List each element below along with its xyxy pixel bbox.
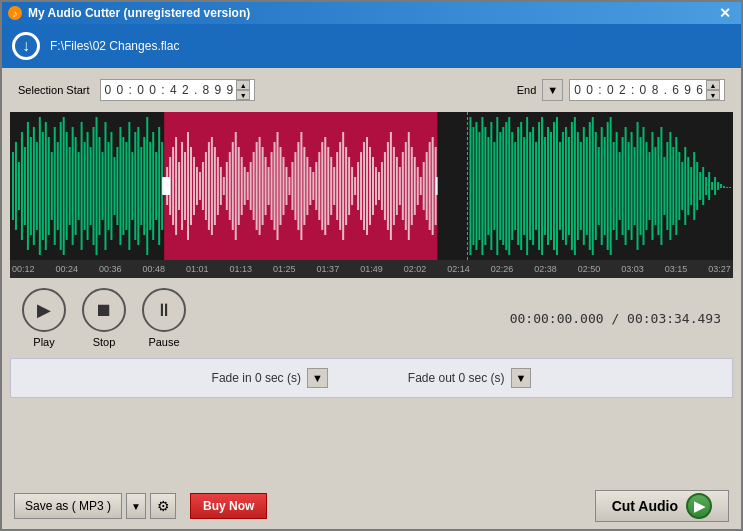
svg-rect-23 xyxy=(78,152,80,220)
svg-rect-120 xyxy=(366,137,368,235)
end-spin-up[interactable]: ▲ xyxy=(706,80,720,90)
timeline-marker-17: 03:27 xyxy=(708,264,731,274)
svg-rect-36 xyxy=(116,147,118,225)
svg-rect-18 xyxy=(63,117,65,255)
svg-rect-194 xyxy=(607,122,609,250)
svg-rect-222 xyxy=(690,167,692,205)
save-format-dropdown[interactable]: ▼ xyxy=(126,493,146,519)
close-button[interactable]: ✕ xyxy=(715,5,735,21)
svg-rect-20 xyxy=(69,147,71,225)
timeline-marker-1: 00:12 xyxy=(12,264,35,274)
svg-rect-234 xyxy=(726,187,728,188)
svg-rect-171 xyxy=(538,122,540,250)
svg-rect-29 xyxy=(96,117,98,255)
svg-rect-135 xyxy=(411,147,413,225)
svg-rect-185 xyxy=(580,142,582,230)
timeline-marker-12: 02:26 xyxy=(491,264,514,274)
svg-rect-56 xyxy=(175,137,177,235)
svg-rect-63 xyxy=(196,167,198,205)
timeline-marker-4: 00:48 xyxy=(143,264,166,274)
svg-rect-137 xyxy=(417,167,419,205)
save-button[interactable]: Save as ( MP3 ) xyxy=(14,493,122,519)
svg-rect-71 xyxy=(220,167,222,205)
svg-rect-109 xyxy=(333,167,335,205)
buy-label: Buy Now xyxy=(203,499,254,513)
svg-rect-37 xyxy=(119,127,121,245)
svg-rect-115 xyxy=(351,167,353,205)
svg-rect-197 xyxy=(616,132,618,240)
waveform-svg xyxy=(10,112,733,260)
svg-rect-225 xyxy=(699,172,701,200)
waveform-container[interactable] xyxy=(10,112,733,260)
svg-rect-105 xyxy=(321,142,323,230)
play-label: Play xyxy=(33,336,54,348)
svg-rect-2 xyxy=(15,142,17,230)
selection-end-input[interactable]: 0 0 : 0 2 : 0 8 . 6 9 6 ▲ ▼ xyxy=(569,79,725,101)
svg-rect-156 xyxy=(493,142,495,230)
svg-rect-153 xyxy=(484,127,486,245)
time-separator: / xyxy=(604,311,627,326)
svg-rect-59 xyxy=(184,152,186,220)
svg-rect-55 xyxy=(172,147,174,225)
svg-rect-79 xyxy=(244,167,246,205)
gear-icon: ⚙ xyxy=(157,498,170,514)
svg-rect-14 xyxy=(51,152,53,220)
spin-up[interactable]: ▲ xyxy=(236,80,250,90)
svg-rect-152 xyxy=(481,117,483,255)
buy-now-button[interactable]: Buy Now xyxy=(190,493,267,519)
pause-button[interactable]: ⏸ Pause xyxy=(142,288,186,348)
cut-audio-button[interactable]: Cut Audio ▶ xyxy=(595,490,729,522)
selection-end-spinner[interactable]: ▲ ▼ xyxy=(706,80,720,100)
svg-rect-224 xyxy=(696,162,698,210)
svg-rect-217 xyxy=(675,137,677,235)
fade-out-dropdown[interactable]: ▼ xyxy=(511,368,532,388)
end-label: End xyxy=(517,84,537,96)
fade-out-label: Fade out 0 sec (s) xyxy=(408,371,505,385)
timeline-marker-15: 03:03 xyxy=(621,264,644,274)
svg-rect-180 xyxy=(565,127,567,245)
svg-rect-8 xyxy=(33,127,35,245)
play-circle: ▶ xyxy=(22,288,66,332)
play-button[interactable]: ▶ Play xyxy=(22,288,66,348)
svg-rect-7 xyxy=(30,137,32,235)
timeline-marker-16: 03:15 xyxy=(665,264,688,274)
svg-rect-141 xyxy=(429,142,431,230)
bottom-bar: Save as ( MP3 ) ▼ ⚙ Buy Now Cut Audio ▶ xyxy=(2,483,741,529)
timeline-marker-2: 00:24 xyxy=(56,264,79,274)
svg-rect-165 xyxy=(520,122,522,250)
window-title: My Audio Cutter (unregistered version) xyxy=(28,6,250,20)
fade-in-dropdown[interactable]: ▼ xyxy=(307,368,328,388)
svg-rect-72 xyxy=(223,177,225,195)
svg-rect-44 xyxy=(140,147,142,225)
svg-rect-73 xyxy=(226,162,228,210)
svg-rect-17 xyxy=(60,122,62,250)
svg-rect-127 xyxy=(387,142,389,230)
svg-rect-92 xyxy=(282,157,284,215)
svg-rect-229 xyxy=(711,182,713,190)
end-spin-down[interactable]: ▼ xyxy=(706,90,720,100)
svg-rect-61 xyxy=(190,147,192,225)
svg-rect-161 xyxy=(508,117,510,255)
selection-start-input[interactable]: 0 0 : 0 0 : 4 2 . 8 9 9 ▲ ▼ xyxy=(100,79,256,101)
svg-rect-182 xyxy=(571,122,573,250)
svg-rect-123 xyxy=(375,167,377,205)
svg-rect-169 xyxy=(532,127,534,245)
svg-rect-34 xyxy=(110,132,112,240)
svg-rect-235 xyxy=(729,187,731,188)
svg-rect-215 xyxy=(669,132,671,240)
settings-button[interactable]: ⚙ xyxy=(150,493,176,519)
svg-rect-132 xyxy=(402,152,404,220)
svg-rect-170 xyxy=(535,142,537,230)
stop-label: Stop xyxy=(93,336,116,348)
stop-button[interactable]: ⏹ Stop xyxy=(82,288,126,348)
end-dropdown-btn[interactable]: ▼ xyxy=(542,79,563,101)
svg-rect-42 xyxy=(134,132,136,240)
timeline-marker-7: 01:25 xyxy=(273,264,296,274)
selection-start-spinner[interactable]: ▲ ▼ xyxy=(236,80,250,100)
spin-down[interactable]: ▼ xyxy=(236,90,250,100)
svg-rect-202 xyxy=(631,132,633,240)
svg-rect-167 xyxy=(526,117,528,255)
svg-rect-227 xyxy=(705,177,707,195)
svg-rect-74 xyxy=(229,152,231,220)
svg-rect-80 xyxy=(247,172,249,200)
